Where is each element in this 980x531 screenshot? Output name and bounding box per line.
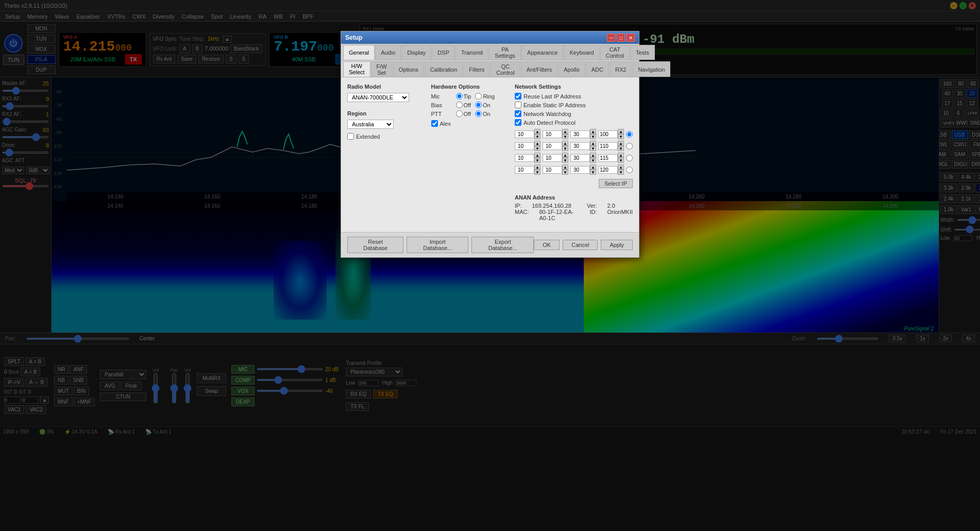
ip-1-3-input[interactable] (570, 130, 590, 138)
ip-3-2-input[interactable] (543, 154, 562, 162)
ip-3-1-input[interactable] (515, 154, 534, 162)
ip-4-3-up[interactable]: ▲ (590, 164, 596, 170)
tab-audio[interactable]: Audio (375, 45, 401, 60)
ip-row-3-radio[interactable] (626, 155, 633, 161)
bias-off-radio[interactable] (456, 102, 463, 108)
ip-4-4-up[interactable]: ▲ (618, 164, 624, 170)
tab-tests[interactable]: Tests (630, 45, 655, 60)
ptt-on-radio[interactable] (475, 110, 482, 117)
ip-2-1-down[interactable]: ▼ (534, 146, 540, 151)
ip-2-2-input[interactable] (543, 142, 562, 150)
ip-1-4-down[interactable]: ▼ (618, 134, 624, 139)
mic-tip-radio[interactable] (456, 93, 463, 99)
ip-3-3-up[interactable]: ▲ (590, 153, 596, 158)
ip-2-3-input[interactable] (570, 142, 590, 150)
ip-row-1-radio[interactable] (626, 131, 633, 138)
tab-rx2[interactable]: RX2 (610, 61, 632, 77)
reset-database-button[interactable]: Reset Database (347, 237, 403, 253)
ip-2-1-input[interactable] (515, 142, 534, 150)
ip-3-2-down[interactable]: ▼ (562, 158, 568, 163)
ip-4-4-input[interactable] (598, 166, 618, 174)
ip-2-4-down[interactable]: ▼ (618, 146, 624, 151)
static-ip-checkbox[interactable] (515, 102, 521, 108)
ip-1-1-down[interactable]: ▼ (534, 134, 540, 139)
tab-fw-set[interactable]: F/W Set (371, 61, 393, 77)
ip-1-3-up[interactable]: ▲ (590, 129, 596, 134)
ip-3-4-up[interactable]: ▲ (618, 153, 624, 158)
ip-1-2-up[interactable]: ▲ (562, 129, 568, 134)
radio-model-select[interactable]: ANAN-7000DLE ANAN-100 ANAN-200 (347, 93, 409, 102)
tab-appearance[interactable]: Appearance (521, 45, 563, 60)
bias-on-radio[interactable] (475, 102, 482, 108)
ip-1-4-input[interactable] (598, 130, 618, 138)
tab-qc-control[interactable]: QC Control (491, 61, 520, 77)
region-select[interactable]: Australia USA Europe (347, 120, 394, 129)
ok-button[interactable]: OK (534, 240, 560, 250)
anan-ip-label: IP: (515, 203, 521, 209)
alex-checkbox[interactable] (431, 120, 438, 127)
dialog-close-button[interactable]: ✕ (627, 34, 635, 42)
ip-1-2-input[interactable] (543, 130, 562, 138)
ip-4-2-down[interactable]: ▼ (562, 170, 568, 175)
tab-apollo[interactable]: Apollo (558, 61, 585, 77)
reuse-ip-checkbox[interactable] (515, 93, 521, 99)
tab-navigation[interactable]: Navigation (632, 61, 670, 77)
ip-3-1-down[interactable]: ▼ (534, 158, 540, 163)
ip-4-1-input[interactable] (515, 166, 534, 174)
ip-row-4-radio[interactable] (626, 167, 633, 173)
tab-general[interactable]: General (343, 45, 375, 60)
ip-2-3-down[interactable]: ▼ (590, 146, 596, 151)
tab-pa-settings[interactable]: PA Settings (489, 45, 521, 60)
ip-1-2-down[interactable]: ▼ (562, 134, 568, 139)
select-ip-button[interactable]: Select IP (599, 179, 633, 188)
import-database-button[interactable]: Import Database... (407, 237, 468, 253)
export-database-button[interactable]: Export Database... (471, 237, 534, 253)
apply-button[interactable]: Apply (601, 240, 633, 250)
ip-3-1-up[interactable]: ▲ (534, 153, 540, 158)
tab-calibration[interactable]: Calibration (425, 61, 463, 77)
ip-row-2-radio[interactable] (626, 143, 633, 150)
ip-4-2-input[interactable] (543, 166, 562, 174)
mic-label: Mic (431, 93, 452, 99)
ip-4-3-input[interactable] (570, 166, 590, 174)
tab-display[interactable]: Display (401, 45, 431, 60)
ip-2-2-up[interactable]: ▲ (562, 141, 568, 146)
tab-hw-select[interactable]: H/W Select (343, 61, 370, 77)
ip-3-4-down[interactable]: ▼ (618, 158, 624, 163)
tab-keyboard[interactable]: Keyboard (564, 45, 599, 60)
ptt-off-radio[interactable] (456, 110, 463, 117)
tab-dsp[interactable]: DSP (432, 45, 455, 60)
tab-options[interactable]: Options (393, 61, 424, 77)
watchdog-row: Network Watchdog (515, 110, 633, 117)
ip-1-1-up[interactable]: ▲ (534, 129, 540, 134)
tab-cat-control[interactable]: CAT Control (600, 45, 630, 60)
watchdog-checkbox[interactable] (515, 110, 521, 117)
tab-ant-filters[interactable]: Ant/Filters (521, 61, 558, 77)
ip-3-3-down[interactable]: ▼ (590, 158, 596, 163)
ip-2-3-up[interactable]: ▲ (590, 141, 596, 146)
cancel-button[interactable]: Cancel (563, 240, 598, 250)
ip-4-3-down[interactable]: ▼ (590, 170, 596, 175)
tab-adc[interactable]: ADC (586, 61, 609, 77)
ip-1-1-input[interactable] (515, 130, 534, 138)
dialog-minimize-button[interactable]: ─ (607, 34, 615, 42)
ip-3-2-up[interactable]: ▲ (562, 153, 568, 158)
mic-ring-radio[interactable] (475, 93, 482, 99)
ip-2-4-input[interactable] (598, 142, 618, 150)
ip-4-4-down[interactable]: ▼ (618, 170, 624, 175)
dialog-maximize-button[interactable]: □ (617, 34, 625, 42)
ip-1-4-up[interactable]: ▲ (618, 129, 624, 134)
tab-filters[interactable]: Filters (463, 61, 490, 77)
ip-2-1-up[interactable]: ▲ (534, 141, 540, 146)
ip-3-4-input[interactable] (598, 154, 618, 162)
ip-1-3-down[interactable]: ▼ (590, 134, 596, 139)
ip-4-1-up[interactable]: ▲ (534, 164, 540, 170)
auto-detect-checkbox[interactable] (515, 119, 521, 126)
ip-4-1-down[interactable]: ▼ (534, 170, 540, 175)
extended-checkbox[interactable] (347, 133, 354, 140)
ip-3-3-input[interactable] (570, 154, 590, 162)
ip-2-4-up[interactable]: ▲ (618, 141, 624, 146)
tab-transmit[interactable]: Transmit (455, 45, 488, 60)
ip-2-2-down[interactable]: ▼ (562, 146, 568, 151)
ip-4-2-up[interactable]: ▲ (562, 164, 568, 170)
